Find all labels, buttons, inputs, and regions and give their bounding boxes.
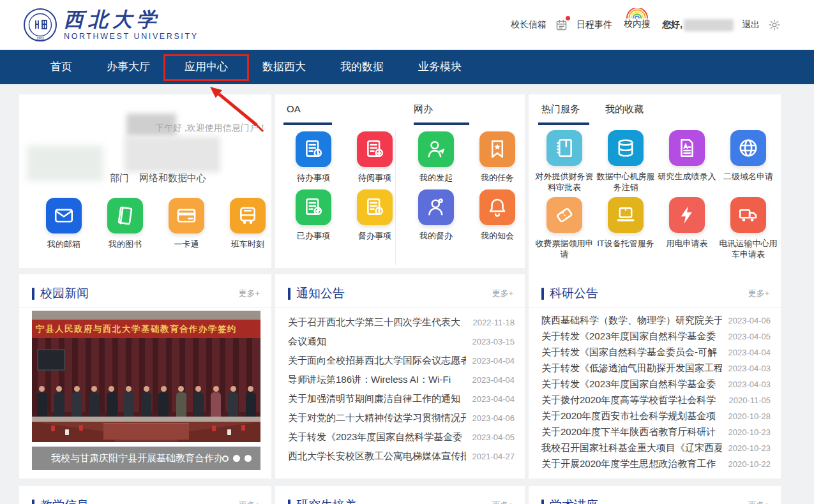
research-text: 关于转发《低渗透油气田勘探开发国家工程 (541, 362, 722, 374)
notice-text: 关于对党的二十大精神传达学习贯彻情况开 (288, 412, 466, 424)
notice-row[interactable]: 关于加强清明节期间廉洁自律工作的通知 2023-04-04 (288, 389, 515, 408)
bookmark-star-icon (479, 131, 515, 167)
research-row[interactable]: 关于转发《2023年度国家自然科学基金委 2023-04-05 (541, 329, 771, 345)
database-icon (608, 130, 644, 166)
service-app-label: 收费票据领用申请 (534, 239, 595, 260)
gear-icon[interactable] (768, 19, 781, 31)
service-app-item[interactable]: 二级域名申请 (718, 130, 779, 193)
caption-text: 我校与甘肃庆阳宁县开展基础教育合作办 (51, 452, 222, 464)
quick-link-item[interactable]: 一卡通 (156, 198, 217, 250)
campus-news-card: 校园新闻 更多+ 宁县人民政府与西北大学基础教育合作办学签约 (19, 274, 271, 478)
campus-news-more-link[interactable]: 更多+ (238, 288, 260, 299)
notices-more-link[interactable]: 更多+ (492, 288, 513, 299)
quick-link-item[interactable]: 我的图书 (94, 198, 156, 250)
research-text: 关于转发《国家自然科学基金委员会-可解 (541, 346, 722, 359)
oa-app-item[interactable]: 我的发起 (405, 131, 467, 184)
notice-row[interactable]: 会议通知 2023-03-15 (288, 332, 515, 351)
notice-row[interactable]: 关于对党的二十大精神传达学习贯彻情况开 2023-04-06 (288, 408, 515, 427)
globe-icon (730, 130, 766, 166)
quick-link-item[interactable]: 班车时刻 (217, 198, 278, 250)
graduate-more-link[interactable]: 更多+ (492, 500, 513, 504)
tab-wangban[interactable]: 网办 (414, 103, 433, 115)
schedule-link[interactable]: 日程事件 (577, 19, 612, 31)
logo-cn-text: 西北大学 (64, 10, 199, 29)
notice-date: 2023-04-04 (472, 356, 515, 366)
oa-app-item[interactable]: 待办事项 (283, 131, 344, 184)
blurred-watermark (27, 145, 103, 181)
oa-app-item[interactable]: 待阅事项 (344, 131, 405, 184)
tab-my-favorites[interactable]: 我的收藏 (605, 103, 644, 115)
notice-text: 关于加强清明节期间廉洁自律工作的通知 (288, 393, 466, 405)
service-app-label: 电讯运输中心用车申请表 (718, 239, 779, 260)
nav-item[interactable]: 办事大厅 (89, 50, 167, 84)
carousel-dot[interactable] (222, 456, 229, 462)
notice-row[interactable]: 关于面向全校招募西北大学国际会议志愿者 2023-04-04 (288, 351, 515, 370)
service-app-item[interactable]: 数据中心机房服务注销 (595, 130, 656, 193)
oa-app-item[interactable]: 已办事项 (283, 189, 344, 242)
teaching-info-card: 教学信息 更多+ (19, 486, 271, 504)
oa-app-item[interactable]: 督办事项 (344, 189, 405, 242)
carousel-dot[interactable] (245, 455, 252, 462)
oa-app-label: 待办事项 (283, 173, 344, 184)
campus-search-link[interactable]: 校内搜 (621, 8, 654, 30)
bolt-icon (669, 197, 705, 233)
laptop-icon (608, 197, 644, 233)
research-row[interactable]: 关于2020年度下半年陕西省教育厅科研计 2020-10-23 (541, 424, 771, 440)
department-row: 部门网络和数据中心 (110, 172, 206, 184)
news-photo[interactable]: 宁县人民政府与西北大学基础教育合作办学签约 (32, 311, 260, 442)
oa-app-item[interactable]: 我的任务 (467, 131, 528, 184)
teaching-info-more-link[interactable]: 更多+ (238, 500, 260, 504)
president-mailbox-link[interactable]: 校长信箱 (511, 19, 546, 31)
notices-title: 通知公告 (296, 285, 345, 302)
logout-link[interactable]: 退出 (742, 19, 760, 31)
service-app-item[interactable]: 研究生成绩录入 (656, 130, 718, 193)
graduate-card: 研究生培养 更多+ (275, 486, 525, 504)
greeting-label: 您好, (662, 19, 734, 31)
research-row[interactable]: 关于转发《低渗透油气田勘探开发国家工程 2023-04-03 (541, 360, 771, 376)
research-date: 2020-10-23 (728, 443, 771, 453)
oa-app-item[interactable]: 我的督办 (405, 189, 467, 242)
oa-app-label: 我的任务 (467, 173, 528, 184)
service-app-item[interactable]: IT设备托管服务 (595, 197, 656, 260)
notice-date: 2021-04-27 (472, 452, 515, 461)
research-row[interactable]: 关于拨付2020年度高等学校哲学社会科学 2020-11-05 (541, 392, 771, 408)
oa-app-item[interactable]: 我的知会 (467, 189, 528, 242)
service-app-label: 数据中心机房服务注销 (595, 172, 656, 193)
research-date: 2023-04-05 (728, 332, 771, 341)
notice-text: 西北大学长安校区教工公寓电梯媒体宣传报 (288, 450, 466, 463)
carousel-dot[interactable] (233, 455, 240, 462)
notice-row[interactable]: 西北大学长安校区教工公寓电梯媒体宣传报 2021-04-27 (288, 447, 515, 466)
research-date: 2023-04-03 (728, 364, 771, 373)
research-row[interactable]: 关于2020年度西安市社会科学规划基金项 2020-10-28 (541, 408, 771, 424)
news-carousel-caption[interactable]: 我校与甘肃庆阳宁县开展基础教育合作办 (32, 447, 260, 470)
service-app-item[interactable]: 收费票据领用申请 (534, 197, 595, 260)
research-row[interactable]: 关于开展2020年度学生思想政治教育工作 2020-10-22 (541, 456, 771, 472)
research-more-link[interactable]: 更多+ (748, 288, 769, 299)
research-row[interactable]: 陕西基础科学（数学、物理学）研究院关于 2023-04-06 (541, 313, 771, 329)
research-row[interactable]: 我校召开国家社科基金重大项目《辽宋西夏 2020-10-23 (541, 440, 771, 456)
nav-item[interactable]: 我的数据 (323, 50, 401, 84)
service-app-item[interactable]: 用电申请表 (656, 197, 718, 260)
research-row[interactable]: 关于转发《国家自然科学基金委员会-可解 2023-04-04 (541, 345, 771, 360)
service-app-item[interactable]: 电讯运输中心用车申请表 (718, 197, 779, 260)
oa-app-label: 我的知会 (467, 231, 528, 242)
notice-row[interactable]: 关于转发《2023年度国家自然科学基金委 2023-04-05 (288, 427, 515, 447)
schedule-calendar-icon[interactable] (555, 19, 568, 32)
research-date: 2023-04-04 (728, 348, 771, 357)
nav-item[interactable]: 应用中心 (167, 50, 245, 84)
tab-hot-services[interactable]: 热门服务 (541, 103, 580, 115)
service-app-item[interactable]: 对外提供财务资料审批表 (534, 130, 595, 193)
lectures-more-link[interactable]: 更多+ (748, 500, 769, 504)
notification-badge (566, 16, 570, 20)
tab-oa[interactable]: OA (287, 103, 301, 114)
notice-row[interactable]: 关于召开西北大学第三十四次学生代表大 2022-11-18 (288, 313, 515, 332)
quick-link-item[interactable]: 我的邮箱 (33, 198, 94, 250)
research-row[interactable]: 关于转发《2023年度国家自然科学基金委 2023-04-03 (541, 376, 771, 392)
nav-item[interactable]: 业务模块 (401, 50, 479, 84)
notice-row[interactable]: 导师讲坛第186讲：Wireless AI：Wi-Fi 2023-04-04 (288, 370, 515, 389)
nav-item[interactable]: 数据西大 (245, 50, 323, 84)
university-logo[interactable]: 1902 西北大学 NORTHWEST UNIVERSITY (23, 8, 199, 42)
bus-icon (230, 198, 266, 233)
research-text: 关于2020年度下半年陕西省教育厅科研计 (541, 426, 722, 438)
nav-item[interactable]: 首页 (33, 50, 89, 84)
